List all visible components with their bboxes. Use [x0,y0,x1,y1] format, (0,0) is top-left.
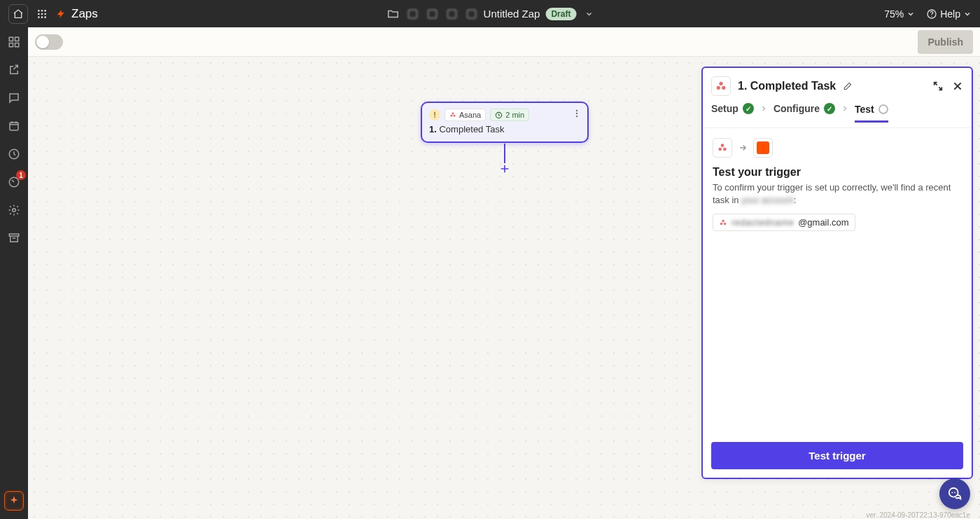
svg-point-41 [951,492,953,493]
svg-rect-23 [9,234,19,236]
rail-item-alerts[interactable]: 1 [6,174,22,190]
page-title: Zaps [71,7,98,21]
status-badge: Draft [545,8,576,20]
chevron-down-icon [963,10,972,18]
asana-icon [719,219,727,227]
rail-item-calendar[interactable] [6,118,22,134]
sparkle-icon [8,495,20,506]
asana-icon [449,111,456,118]
test-desc-blur: your account [741,195,793,205]
svg-rect-9 [409,10,417,18]
grid-small-icon [8,36,20,48]
rail-item-comments[interactable] [6,90,22,106]
step-config-panel: 1. Completed Task Setup ✓ Configure [701,67,973,479]
svg-point-1 [41,10,43,12]
svg-point-31 [719,82,722,85]
gear-icon [8,204,20,216]
account-suffix: @gmail.com [798,217,848,228]
svg-point-38 [720,223,723,226]
help-icon [926,8,937,20]
svg-point-6 [38,16,40,18]
test-heading: Test your trigger [713,166,962,179]
svg-point-40 [949,488,958,497]
node-step-number: 1. [429,124,437,134]
tab-test-label: Test [855,104,874,115]
enable-toggle[interactable] [35,34,63,50]
comment-icon [8,92,20,104]
tab-test[interactable]: Test [855,104,888,123]
step-tabs: Setup ✓ Configure ✓ Test [703,103,972,128]
trigger-node[interactable]: ! Asana 2 min 1. Completed Task [421,102,589,143]
add-step-button[interactable] [498,162,512,176]
target-app-tile [753,138,773,158]
sub-toolbar: Publish [28,27,980,57]
test-description: To confirm your trigger is set up correc… [713,181,962,207]
test-desc-suffix: : [794,195,797,205]
home-button[interactable] [8,4,28,24]
check-icon: ✓ [824,103,835,114]
test-trigger-button[interactable]: Test trigger [711,442,963,469]
svg-point-32 [717,86,720,90]
tab-setup-label: Setup [711,103,738,114]
svg-point-34 [721,144,724,147]
top-bar: Zaps Untitled Zap Draft 75% Help [0,0,980,27]
folder-icon[interactable] [387,8,400,20]
panel-header: 1. Completed Task [703,68,972,103]
account-chip[interactable]: redactedname@gmail.com [713,214,855,231]
ai-assist-button[interactable] [4,491,24,511]
rail-item-archive[interactable] [6,230,22,246]
panel-title: 1. Completed Task [738,80,836,92]
svg-point-35 [718,148,722,151]
alert-badge: 1 [16,170,26,180]
close-button[interactable] [952,81,963,92]
rail-item-history[interactable] [6,146,22,162]
zapier-icon [757,141,769,154]
svg-rect-10 [428,10,437,18]
tab-setup[interactable]: Setup ✓ [711,103,754,122]
svg-point-29 [576,113,578,114]
svg-point-30 [576,116,578,117]
svg-rect-17 [9,43,13,47]
canvas[interactable]: ! Asana 2 min 1. Completed Task [28,57,980,519]
pencil-icon [843,81,853,91]
node-menu-button[interactable] [572,109,582,118]
publish-button[interactable]: Publish [918,30,973,54]
svg-point-37 [722,220,724,223]
blurred-icon-4 [465,8,478,20]
panel-footer: Test trigger [703,434,972,478]
svg-point-39 [724,223,727,226]
rail-item-export[interactable] [6,62,22,78]
clock-icon [8,148,20,160]
version-text: ver. 2024-09-20T22:13-970eac1e [867,511,970,519]
svg-rect-18 [15,43,19,47]
svg-point-2 [44,10,46,12]
calendar-icon [8,120,20,132]
svg-point-0 [38,10,40,12]
zap-name[interactable]: Untitled Zap [484,8,540,20]
svg-point-3 [38,13,40,15]
radio-empty-icon [878,104,888,114]
node-step-text: Completed Task [439,124,504,134]
archive-icon [8,232,20,244]
tab-configure[interactable]: Configure ✓ [774,103,835,122]
close-icon [952,81,963,92]
rail-bottom [4,491,24,511]
app-chip: Asana [444,109,486,121]
warning-icon: ! [429,109,440,120]
apps-grid-button[interactable] [35,7,49,21]
rail-item-grid[interactable] [6,34,22,50]
rail-item-settings[interactable] [6,202,22,218]
help-fab[interactable] [939,478,970,509]
rename-button[interactable] [843,81,853,91]
zap-menu-button[interactable] [584,10,593,18]
svg-rect-15 [9,37,13,41]
zoom-control[interactable]: 75% [884,8,915,20]
kebab-icon [572,109,582,118]
clock-icon [495,111,503,119]
help-button[interactable]: Help [926,8,972,20]
blurred-icon-3 [446,8,458,20]
expand-button[interactable] [932,81,944,92]
svg-point-24 [452,112,454,114]
node-header: ! Asana 2 min [422,103,587,124]
svg-point-36 [723,148,727,151]
